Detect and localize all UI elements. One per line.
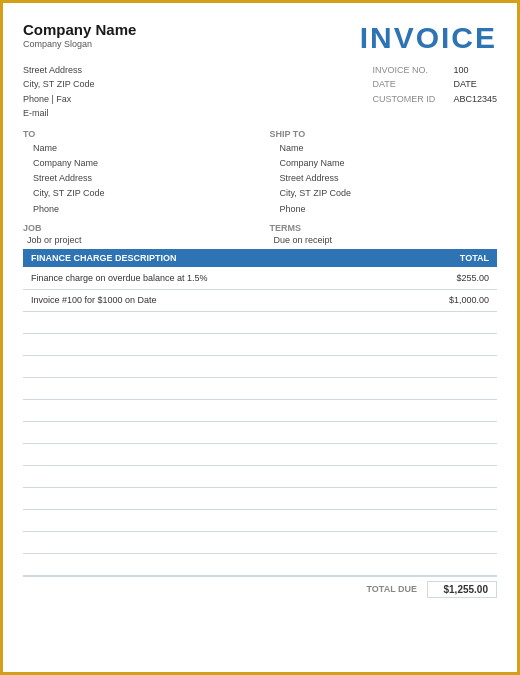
table-row	[23, 531, 497, 553]
job-label: JOB	[23, 223, 251, 233]
table-cell-description	[23, 421, 417, 443]
table-cell-description	[23, 487, 417, 509]
invoice-date-value: DATE	[453, 77, 476, 91]
table-cell-total	[417, 531, 497, 553]
total-due-value: $1,255.00	[427, 581, 497, 598]
col-total-header: TOTAL	[417, 249, 497, 267]
table-row	[23, 553, 497, 575]
terms-label: TERMS	[269, 223, 497, 233]
table-cell-description	[23, 509, 417, 531]
table-cell-description	[23, 377, 417, 399]
table-cell-total: $255.00	[417, 267, 497, 289]
table-cell-total	[417, 421, 497, 443]
table-cell-total	[417, 399, 497, 421]
bill-to-address: Street Address	[33, 171, 251, 186]
bill-to-label: TO	[23, 129, 251, 139]
table-cell-total	[417, 487, 497, 509]
table-cell-total	[417, 355, 497, 377]
job-value: Job or project	[23, 235, 251, 245]
invoice-number-value: 100	[453, 63, 468, 77]
table-row	[23, 377, 497, 399]
table-row: Invoice #100 for $1000 on Date$1,000.00	[23, 289, 497, 311]
table-cell-description	[23, 465, 417, 487]
table-row	[23, 333, 497, 355]
table-cell-total	[417, 377, 497, 399]
company-phone-fax: Phone | Fax	[23, 92, 95, 106]
table-row	[23, 509, 497, 531]
ship-to-label: SHIP TO	[269, 129, 497, 139]
customer-id-value: ABC12345	[453, 92, 497, 106]
company-city-zip: City, ST ZIP Code	[23, 77, 95, 91]
invoice-title: INVOICE	[360, 21, 497, 55]
col-description-header: FINANCE CHARGE DESCRIPTION	[23, 249, 417, 267]
table-cell-description	[23, 333, 417, 355]
table-row	[23, 443, 497, 465]
table-row: Finance charge on overdue balance at 1.5…	[23, 267, 497, 289]
bill-to-phone: Phone	[33, 202, 251, 217]
table-cell-description	[23, 553, 417, 575]
ship-to-phone: Phone	[279, 202, 497, 217]
ship-to-address: Street Address	[279, 171, 497, 186]
table-row	[23, 355, 497, 377]
total-due-label: TOTAL DUE	[366, 584, 417, 594]
table-row	[23, 311, 497, 333]
table-cell-total	[417, 553, 497, 575]
bill-to-city-zip: City, ST ZIP Code	[33, 186, 251, 201]
company-slogan: Company Slogan	[23, 39, 136, 49]
invoice-date-label: DATE	[372, 77, 447, 91]
company-email: E-mail	[23, 106, 95, 120]
company-name: Company Name	[23, 21, 136, 38]
table-cell-total	[417, 509, 497, 531]
table-cell-total	[417, 443, 497, 465]
table-row	[23, 487, 497, 509]
ship-to-company: Company Name	[279, 156, 497, 171]
table-row	[23, 399, 497, 421]
table-row	[23, 465, 497, 487]
company-address: Street Address	[23, 63, 95, 77]
table-cell-total: $1,000.00	[417, 289, 497, 311]
table-cell-description	[23, 399, 417, 421]
table-cell-total	[417, 465, 497, 487]
invoice-number-label: INVOICE NO.	[372, 63, 447, 77]
table-cell-description: Invoice #100 for $1000 on Date	[23, 289, 417, 311]
table-row	[23, 421, 497, 443]
table-cell-description	[23, 443, 417, 465]
table-cell-description	[23, 355, 417, 377]
table-cell-description	[23, 531, 417, 553]
terms-value: Due on receipt	[269, 235, 497, 245]
bill-to-company: Company Name	[33, 156, 251, 171]
customer-id-label: CUSTOMER ID	[372, 92, 447, 106]
ship-to-name: Name	[279, 141, 497, 156]
ship-to-city-zip: City, ST ZIP Code	[279, 186, 497, 201]
bill-to-name: Name	[33, 141, 251, 156]
table-cell-description	[23, 311, 417, 333]
invoice-table: FINANCE CHARGE DESCRIPTION TOTAL Finance…	[23, 249, 497, 576]
table-cell-description: Finance charge on overdue balance at 1.5…	[23, 267, 417, 289]
table-cell-total	[417, 311, 497, 333]
table-cell-total	[417, 333, 497, 355]
